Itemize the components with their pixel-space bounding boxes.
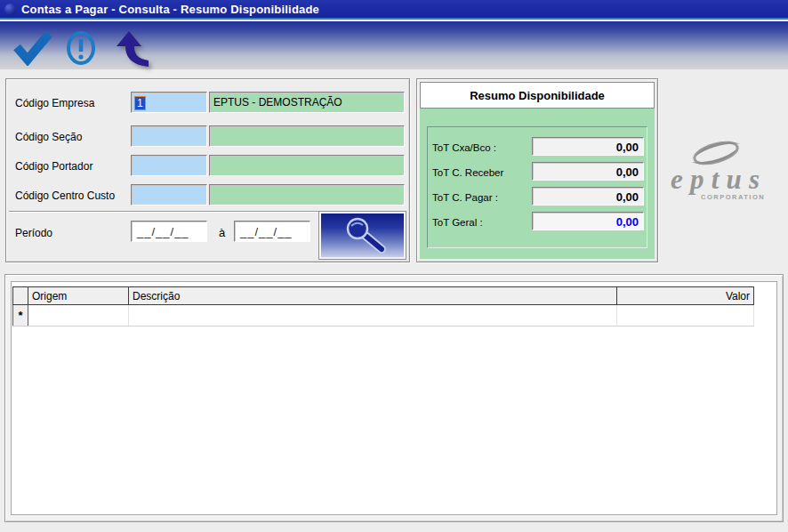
eptus-logo: eptus CORPORATION [665,135,767,214]
grid-cell-origem[interactable] [28,305,129,326]
codigo-secao-input[interactable] [131,125,207,147]
exclamation-circle-icon [64,29,107,67]
summary-title: Resumo Disponibilidade [420,82,655,109]
title-bar: Contas a Pagar - Consulta - Resumo Dispo… [0,0,788,20]
codigo-centro-custo-input[interactable] [131,184,207,206]
tot-c-pagar-value: 0,00 [532,187,644,206]
back-button[interactable] [110,28,153,68]
codigo-portador-input[interactable] [131,155,207,176]
window-title: Contas a Pagar - Consulta - Resumo Dispo… [21,3,319,16]
magnifier-icon [321,214,404,257]
grid-header-origem[interactable]: Origem [28,287,129,305]
tot-cxa-bco-value: 0,00 [532,137,644,156]
label-codigo-secao: Código Seção [15,131,82,143]
codigo-empresa-value: 1 [134,96,146,110]
label-codigo-empresa: Código Empresa [15,97,94,109]
label-codigo-centro-custo: Código Centro Custo [15,189,115,202]
label-tot-geral: ToT Geral : [432,217,483,228]
label-periodo-ate: à [219,226,225,239]
secao-description [209,125,405,147]
periodo-to-input[interactable]: __/__/__ [234,221,310,242]
filter-panel: Código Empresa 1 EPTUS - DEMOSTRAÇÃO Cód… [5,78,410,262]
confirm-button[interactable] [12,28,55,68]
label-tot-cxa-bco: ToT Cxa/Bco : [432,142,496,153]
app-window: Contas a Pagar - Consulta - Resumo Dispo… [0,0,788,532]
logo-brand-text: eptus [671,164,760,195]
codigo-empresa-input[interactable]: 1 [131,92,207,113]
grid-header-descricao[interactable]: Descrição [129,287,617,305]
results-grid-surface: Origem Descrição Valor * [11,281,777,515]
label-periodo: Período [15,227,52,239]
toolbar [0,21,788,69]
label-tot-c-receber: ToT C. Receber [432,167,503,178]
tot-geral-value: 0,00 [532,212,644,230]
grid-header-valor[interactable]: Valor [617,287,754,305]
search-button[interactable] [318,211,406,260]
summary-body: ToT Cxa/Bco : 0,00 ToT C. Receber 0,00 T… [420,109,655,259]
periodo-from-input[interactable]: __/__/__ [131,221,207,242]
tot-c-receber-value: 0,00 [532,162,644,181]
check-icon [12,30,55,66]
grid-row-marker: * [13,305,28,326]
grid-cell-valor[interactable] [617,305,754,326]
label-tot-c-pagar: ToT C. Pagar : [432,192,498,203]
summary-panel: Resumo Disponibilidade ToT Cxa/Bco : 0,0… [416,78,658,262]
logo-tagline-text: CORPORATION [701,193,765,201]
window-sphere-icon [4,4,16,15]
portador-description [209,155,405,176]
grid-header-selector [13,287,28,305]
centro-custo-description [209,184,405,206]
grid-cell-descricao[interactable] [129,305,617,326]
alert-button[interactable] [64,28,107,68]
empresa-description: EPTUS - DEMOSTRAÇÃO [209,92,405,113]
curved-up-arrow-icon [110,28,153,69]
results-grid: Origem Descrição Valor * [12,286,754,326]
results-grid-container: Origem Descrição Valor * [4,274,784,522]
label-codigo-portador: Código Portador [15,160,92,173]
grid-header-row: Origem Descrição Valor [13,287,754,305]
grid-new-row: * [13,305,754,326]
